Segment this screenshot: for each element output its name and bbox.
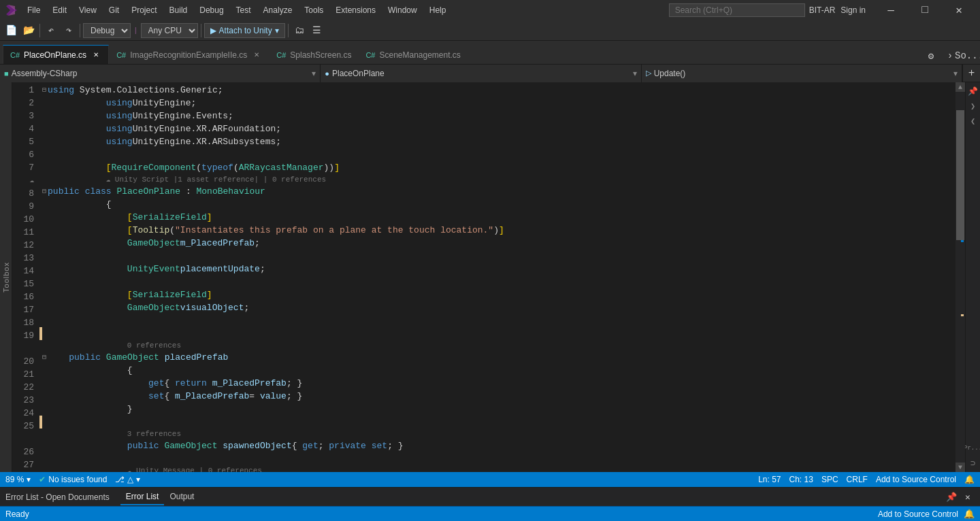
zoom-dropdown-arrow: ▾ xyxy=(27,475,31,484)
open-btn[interactable]: 📂 xyxy=(20,22,37,39)
tab-splashscreen[interactable]: C# SplashScreen.cs xyxy=(270,45,358,64)
code-line-15 xyxy=(42,275,956,288)
right-panel: 📌 ❯ ❮ Pr... ⊃ xyxy=(965,82,980,472)
git-change-icon: △ xyxy=(127,475,133,484)
new-file-btn[interactable]: 📄 xyxy=(3,22,19,39)
menu-test[interactable]: Test xyxy=(231,3,257,18)
menu-view[interactable]: View xyxy=(74,3,102,18)
menu-debug[interactable]: Debug xyxy=(194,3,229,18)
status-col: Ch: 13 xyxy=(789,475,813,484)
scroll-down-btn[interactable]: ▼ xyxy=(956,463,965,472)
code-line-25 xyxy=(42,416,956,428)
undo-btn[interactable]: ↶ xyxy=(43,22,59,39)
menu-analyze[interactable]: Analyze xyxy=(258,3,298,18)
menu-build[interactable]: Build xyxy=(164,3,193,18)
namespace-dropdown[interactable]: ● PlaceOnPlane ▾ xyxy=(321,65,641,82)
properties-btn[interactable]: ☰ xyxy=(309,22,325,39)
pr-btn[interactable]: Pr... xyxy=(967,442,979,454)
solution-explorer-btn[interactable]: 🗂 xyxy=(291,22,308,39)
tab-imagerecognition[interactable]: C# ImageRecognitionExampleIIe.cs ✕ xyxy=(110,45,269,64)
code-line-24: } xyxy=(42,403,956,416)
toolbar-sep-3: | xyxy=(133,27,138,35)
search-input[interactable] xyxy=(669,3,805,17)
play-group: ▶ Attach to Unity ▾ xyxy=(204,23,285,38)
notification-bell-icon[interactable]: 🔔 xyxy=(964,509,975,520)
tab-settings-btn[interactable]: ⚙ xyxy=(923,48,939,64)
grid-btn[interactable]: ⊃ xyxy=(967,457,979,469)
code-line-20: ⊟ public GameObject placedPrefab xyxy=(42,351,956,364)
method-dropdown[interactable]: ▷ Update() ▾ xyxy=(642,65,962,82)
code-line-1: ⊟using System.Collections.Generic; xyxy=(42,84,956,97)
status-add-source[interactable]: Add to Source Control xyxy=(876,475,956,484)
checkmark-icon: ✔ xyxy=(39,475,46,484)
code-line-7a: [RequireComponent(typeof(ARRaycastManage… xyxy=(42,161,956,174)
tab-sear-btn[interactable]: So... xyxy=(961,48,977,64)
notification-icon[interactable]: 🔔 xyxy=(964,475,975,484)
error-list-tab-output[interactable]: Output xyxy=(164,489,199,505)
pin-btn[interactable]: 📌 xyxy=(967,85,979,97)
sign-in-btn[interactable]: Sign in xyxy=(840,5,866,15)
tab-close-2[interactable]: ✕ xyxy=(251,50,262,61)
code-content[interactable]: ⊟using System.Collections.Generic; using… xyxy=(39,82,956,472)
scroll-up-btn[interactable]: ▲ xyxy=(956,82,965,92)
code-editor[interactable]: 1 2 3 4 5 6 7 ☁ 8 9 10 11 12 13 14 15 16… xyxy=(12,82,965,472)
cpu-dropdown[interactable]: Any CPU xyxy=(141,23,198,38)
git-dropdown: ▾ xyxy=(136,475,140,484)
method-icon: ▷ xyxy=(646,69,651,78)
cs-icon-3: C# xyxy=(276,51,286,59)
minimize-btn[interactable]: ‒ xyxy=(875,0,906,20)
nav-bar: ■ Assembly-CSharp ▾ ● PlaceOnPlane ▾ ▷ U… xyxy=(0,65,980,82)
assembly-dropdown[interactable]: ■ Assembly-CSharp ▾ xyxy=(0,65,321,82)
close-btn[interactable]: ✕ xyxy=(943,0,975,20)
git-branch-icon: ⎇ xyxy=(115,475,125,484)
redo-btn[interactable]: ↷ xyxy=(61,22,77,39)
menu-project[interactable]: Project xyxy=(126,3,162,18)
code-line-23: set { m_PlacedPrefab = value; } xyxy=(42,390,956,403)
status-no-issues[interactable]: ✔ No issues found xyxy=(39,475,107,484)
code-line-25b: 3 references xyxy=(42,428,956,439)
debug-dropdown[interactable]: Debug xyxy=(83,23,131,38)
error-list-close-btn[interactable]: ✕ xyxy=(961,490,975,504)
menu-tools[interactable]: Tools xyxy=(299,3,329,18)
add-to-source-control-btn[interactable]: Add to Source Control xyxy=(878,509,958,519)
menu-help[interactable]: Help xyxy=(424,3,452,18)
menu-extensions[interactable]: Extensions xyxy=(330,3,381,18)
tab-scenemanagement[interactable]: C# SceneManagement.cs xyxy=(359,45,467,64)
right-arrow-btn[interactable]: ❯ xyxy=(967,100,979,112)
cs-icon-1: C# xyxy=(10,51,20,59)
tab-close-1[interactable]: ✕ xyxy=(91,50,101,61)
status-zoom[interactable]: 89 % ▾ xyxy=(5,475,31,484)
attach-unity-btn[interactable]: ▶ Attach to Unity ▾ xyxy=(204,23,285,38)
code-line-26: public GameObject spawnedObject { get; p… xyxy=(42,439,956,452)
scrollbar[interactable]: ▲ ▼ xyxy=(956,82,965,472)
window-controls: ‒ □ ✕ xyxy=(875,0,975,20)
error-list-tab-errors[interactable]: Error List xyxy=(120,489,165,505)
status-git[interactable]: ⎇ △ ▾ xyxy=(115,475,140,484)
code-line-7b: ☁ Unity Script |1 asset reference| | 0 r… xyxy=(42,174,956,185)
error-list-pin-btn[interactable]: 📌 xyxy=(945,490,958,504)
menu-window[interactable]: Window xyxy=(382,3,423,18)
scroll-marker-2 xyxy=(961,240,964,242)
assembly-icon: ■ xyxy=(4,69,9,78)
error-list-tabs: Error List Output xyxy=(120,489,200,505)
nav-add-btn[interactable]: + xyxy=(962,65,980,82)
ready-label: Ready xyxy=(5,509,29,519)
toolbox-label: Toolbox xyxy=(2,262,10,292)
method-chevron: ▾ xyxy=(953,69,958,78)
menu-git[interactable]: Git xyxy=(103,3,125,18)
code-line-16: [SerializeField] xyxy=(42,288,956,301)
title-bar-right: BIT-AR Sign in xyxy=(809,5,866,15)
toolbar-sep-2 xyxy=(80,24,80,37)
title-bar: File Edit View Git Project Build Debug T… xyxy=(0,0,980,20)
line-numbers: 1 2 3 4 5 6 7 ☁ 8 9 10 11 12 13 14 15 16… xyxy=(12,82,39,472)
tab-placeonplane[interactable]: C# PlaceOnPlane.cs ✕ xyxy=(3,45,109,64)
main-content: Toolbox 1 2 3 4 5 6 7 ☁ 8 9 10 11 12 13 … xyxy=(0,82,980,472)
status-right: Ln: 57 Ch: 13 SPC CRLF Add to Source Con… xyxy=(758,475,975,484)
menu-file[interactable]: File xyxy=(22,3,46,18)
scroll-thumb[interactable] xyxy=(956,110,964,240)
left-arrow-btn[interactable]: ❮ xyxy=(967,115,979,127)
scroll-track[interactable] xyxy=(956,92,965,463)
code-line-11: [Tooltip("Instantiates this prefab on a … xyxy=(42,224,956,237)
menu-edit[interactable]: Edit xyxy=(47,3,72,18)
restore-btn[interactable]: □ xyxy=(909,0,941,20)
